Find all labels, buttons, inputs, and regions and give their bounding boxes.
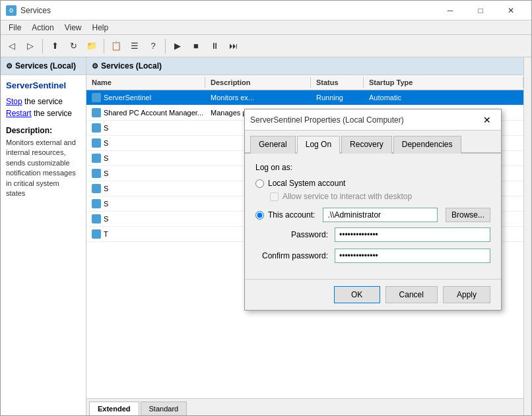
dialog-close-button[interactable]: ✕ [479,113,496,127]
left-panel-content: ServerSentinel Stop the service Restart … [1,75,86,415]
toolbar-up[interactable]: ⬆ [46,38,63,55]
radio-group: Local System account Allow service to in… [255,179,490,222]
row-icon [92,214,101,223]
restart-text: the service [32,109,72,118]
row-name: S [86,122,205,134]
left-panel-icon: ⚙ [6,62,13,71]
this-account-row: This account: Browse... [255,208,490,222]
ok-button[interactable]: OK [334,286,380,303]
local-system-label: Local System account [268,179,345,188]
right-panel-header: ⚙ Services (Local) [86,57,523,75]
interact-label: Allow service to interact with desktop [283,192,412,201]
row-icon [92,108,101,117]
services-icon: ⚙ [6,5,17,16]
this-account-radio[interactable] [255,211,264,220]
col-status[interactable]: Status [311,77,364,88]
toolbar-play[interactable]: ▶ [169,38,186,55]
row-icon [92,229,101,239]
dialog-tab-bar: General Log On Recovery Dependencies [245,131,501,154]
local-system-row: Local System account [255,179,490,188]
logon-label: Log on as: [255,163,490,172]
toolbar-sep3 [165,39,166,53]
table-row[interactable]: ServerSentinel Monitors ex... Running Au… [86,90,523,105]
toolbar-properties[interactable]: 📋 [108,38,125,55]
this-account-label: This account: [268,210,315,220]
row-icon [92,93,101,102]
row-icon [92,169,101,178]
toolbar-pause[interactable]: ⏸ [206,38,223,55]
toolbar-sep2 [104,39,104,53]
tab-extended[interactable]: Extended [89,401,139,415]
account-input[interactable] [323,208,438,222]
row-icon [92,184,101,193]
restart-link[interactable]: Restart [6,109,32,118]
right-panel-title: Services (Local) [101,61,162,71]
row-startup: Automatic [364,92,523,103]
toolbar-list[interactable]: ☰ [126,38,143,55]
row-name: S [86,167,205,179]
table-header: Name Description Status Startup Type [86,75,523,90]
tab-standard[interactable]: Standard [141,401,187,415]
stop-text: the service [22,97,63,106]
password-input[interactable] [335,227,490,242]
toolbar-refresh[interactable]: ↻ [65,38,82,55]
toolbar-forward[interactable]: ▷ [22,38,39,55]
row-name: S [86,183,205,194]
col-description[interactable]: Description [205,77,311,88]
dialog-buttons: OK Cancel Apply [245,279,501,310]
restart-link-row: Restart the service [6,109,81,118]
description-label: Description: [6,126,81,135]
interact-row: Allow service to interact with desktop [270,192,490,201]
maximize-button[interactable]: □ [465,1,496,20]
scroll-area[interactable] [523,57,531,415]
title-bar: ⚙ Services ─ □ ✕ [1,1,531,20]
row-icon [92,154,101,163]
left-panel-title: Services (Local) [15,61,76,71]
interact-checkbox[interactable] [270,193,279,201]
tab-general[interactable]: General [250,136,296,154]
toolbar-restart[interactable]: ⏭ [224,38,242,55]
password-label: Password: [255,230,335,239]
toolbar-help[interactable]: ? [145,38,162,55]
right-panel-icon: ⚙ [92,62,98,71]
row-icon [92,138,101,148]
properties-dialog: ServerSentinel Properties (Local Compute… [244,109,502,311]
row-name: S [86,198,205,210]
cancel-button[interactable]: Cancel [385,286,438,303]
tab-logon[interactable]: Log On [297,136,340,154]
row-icon [92,199,101,208]
close-button[interactable]: ✕ [496,1,526,20]
col-name[interactable]: Name [86,77,205,88]
password-row: Password: [255,227,490,242]
menu-action[interactable]: Action [26,22,59,34]
minimize-button[interactable]: ─ [435,1,465,20]
col-startup[interactable]: Startup Type [364,77,523,88]
row-name: S [86,152,205,164]
confirm-password-input[interactable] [335,249,490,263]
toolbar-stop[interactable]: ■ [187,38,205,55]
description-text: Monitors external and internal resources… [6,138,81,198]
stop-link-row: Stop the service [6,97,81,106]
toolbar: ◁ ▷ ⬆ ↻ 📁 📋 ☰ ? ▶ ■ ⏸ ⏭ [1,35,531,57]
row-name: Shared PC Account Manager... [86,107,205,119]
stop-link[interactable]: Stop [6,97,22,106]
toolbar-sep1 [42,39,43,53]
apply-button[interactable]: Apply [443,286,490,303]
toolbar-back[interactable]: ◁ [3,38,20,55]
menu-help[interactable]: Help [87,22,114,34]
confirm-label: Confirm password: [255,251,335,260]
menu-view[interactable]: View [59,22,87,34]
row-name: T [86,228,205,240]
tab-dependencies[interactable]: Dependencies [393,136,461,154]
menu-file[interactable]: File [3,22,26,34]
local-system-radio[interactable] [255,179,264,188]
tab-recovery[interactable]: Recovery [341,136,392,154]
toolbar-map[interactable]: 📁 [83,38,100,55]
row-status: Running [311,92,364,103]
bottom-tabs: Extended Standard [86,398,523,415]
left-panel-header: ⚙ Services (Local) [1,57,86,75]
menu-bar: File Action View Help [1,20,531,35]
left-panel: ⚙ Services (Local) ServerSentinel Stop t… [1,57,86,415]
browse-button[interactable]: Browse... [446,208,490,222]
title-bar-controls: ─ □ ✕ [435,1,526,20]
